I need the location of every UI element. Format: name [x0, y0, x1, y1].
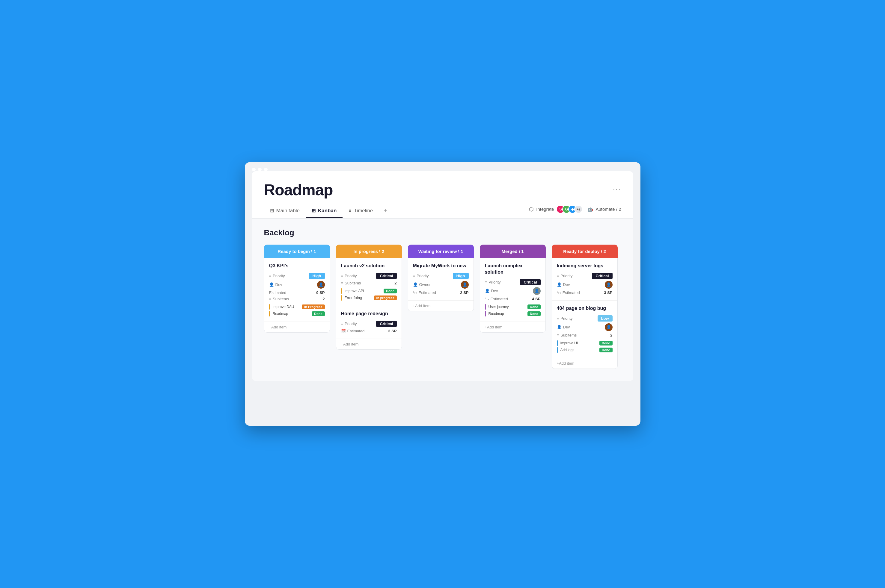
list-item: User journey Done — [485, 304, 541, 310]
subitem-status-uj: Done — [527, 304, 541, 309]
tab-kanban[interactable]: ⊞ Kanban — [306, 204, 343, 218]
estimated-value-mw: 2 SP — [460, 290, 468, 295]
subitems-label: ≡ Subitems — [269, 297, 289, 301]
card-title-indexing: Indexing server logs — [557, 263, 613, 269]
add-item-ready-to-begin[interactable]: +Add item — [264, 322, 330, 332]
subitems-value-404: 2 — [610, 333, 612, 338]
window-dot-1 — [252, 168, 256, 171]
window-dot-3 — [264, 168, 268, 171]
estimated-label-il: ¹₂₃ Estimated — [557, 290, 580, 295]
priority-label-mw: ≡ Priority — [413, 274, 429, 278]
estimated-label-lc: ¹₂₃ Estimated — [485, 297, 508, 301]
subitem-name-error: Error fixing — [345, 296, 372, 300]
automate-button[interactable]: 🤖 Automate / 2 — [587, 207, 621, 212]
card-row-priority-il: ≡ Priority Critical — [557, 273, 613, 279]
priority-badge-lc: Critical — [520, 279, 540, 285]
priority-text-hp: Priority — [345, 321, 357, 326]
priority-badge-il: Critical — [592, 273, 612, 279]
list-item: Error fixing In progress — [341, 295, 397, 301]
subitems-list-lc: User journey Done Roadmap Done — [485, 304, 541, 316]
integrate-label: Integrate — [536, 207, 554, 212]
kanban-columns: Ready to begin \ 1 Q3 KPI's ≡ Priority H… — [264, 244, 621, 369]
estimated-value-il: 3 SP — [604, 290, 612, 295]
column-waiting-for-review: Waiting for review \ 1 Migrate MyWork to… — [408, 244, 474, 311]
subitem-status-2: Done — [312, 311, 325, 316]
priority-text: Priority — [273, 274, 285, 278]
sub-bar-ui — [557, 340, 558, 346]
card-row-dev-lc: 👤 Dev 👤 — [485, 287, 541, 295]
estimated-icon-lc: ¹₂₃ — [485, 297, 489, 301]
column-body-deploy: Indexing server logs ≡ Priority Critical — [552, 258, 618, 369]
subitems-list: Improve DAU In Progress Roadmap Done — [269, 304, 325, 316]
column-title-waiting: Waiting for review \ 1 — [418, 249, 463, 254]
priority-text-404: Priority — [560, 316, 572, 321]
card-launch-complex: Launch complex solution ≡ Priority Criti… — [480, 258, 545, 322]
dev-avatar-404: 👤 — [605, 323, 613, 331]
priority-text-mw: Priority — [417, 274, 429, 278]
priority-badge-404: Low — [598, 315, 613, 321]
estimated-value: 9 SP — [316, 290, 325, 295]
card-row-estimated-mw: ¹₂₃ Estimated 2 SP — [413, 290, 469, 295]
priority-label-404: ≡ Priority — [557, 316, 573, 321]
column-title-deploy: Ready for deploy \ 2 — [563, 249, 606, 254]
column-body-in-progress: Launch v2 solution ≡ Priority Critical — [336, 258, 402, 350]
card-row-estimated-il: ¹₂₃ Estimated 3 SP — [557, 290, 613, 295]
tab-main-table[interactable]: ⊞ Main table — [264, 204, 306, 218]
main-content: Roadmap ··· ⊞ Main table ⊞ Kanban ≡ Time… — [252, 171, 633, 381]
card-row-priority-404: ≡ Priority Low — [557, 315, 613, 321]
add-tab-button[interactable]: + — [379, 204, 392, 219]
column-in-progress: In progress \ 2 Launch v2 solution ≡ Pri… — [336, 244, 402, 350]
dev-icon-il: 👤 — [557, 282, 561, 287]
card-row-dev-il: 👤 Dev 👤 — [557, 281, 613, 289]
column-ready-for-deploy: Ready for deploy \ 2 Indexing server log… — [552, 244, 618, 369]
estimated-text-mw: Estimated — [419, 290, 436, 295]
subitem-status-rm: Done — [527, 311, 541, 316]
list-item: Roadmap Done — [269, 311, 325, 316]
timeline-icon: ≡ — [349, 208, 351, 213]
card-title-home-page: Home page redesign — [341, 311, 397, 317]
page-header: Roadmap ··· — [252, 171, 633, 199]
card-launch-v2: Launch v2 solution ≡ Priority Critical — [336, 258, 402, 306]
priority-icon-il: ≡ — [557, 274, 559, 278]
estimated-icon-il: ¹₂₃ — [557, 290, 561, 295]
priority-label-v2: ≡ Priority — [341, 274, 357, 278]
more-options-button[interactable]: ··· — [613, 186, 621, 194]
estimated-text: Estimated — [269, 290, 286, 295]
subitems-list-404: Improve UI Done Add logs Done — [557, 340, 613, 352]
card-row-dev-404: 👤 Dev 👤 — [557, 323, 613, 331]
column-header-deploy: Ready for deploy \ 2 — [552, 244, 618, 258]
subitems-icon-v2: ≡ — [341, 281, 343, 285]
priority-icon-404: ≡ — [557, 316, 559, 321]
add-item-deploy[interactable]: +Add item — [552, 358, 617, 369]
sub-bar-uj — [485, 304, 486, 310]
card-migrate-mywork: Migrate MyWork to new ≡ Priority High — [408, 258, 474, 301]
add-item-merged[interactable]: +Add item — [480, 322, 545, 332]
column-body-ready-to-begin: Q3 KPI's ≡ Priority High 👤 — [264, 258, 330, 333]
column-title-merged: Merged \ 1 — [501, 249, 524, 254]
sub-bar-1 — [269, 304, 270, 310]
integrate-icon: ⬡ — [529, 206, 534, 213]
integrate-button[interactable]: ⬡ Integrate S G ◆ +2 — [529, 205, 582, 213]
priority-icon-v2: ≡ — [341, 274, 343, 278]
tab-timeline[interactable]: ≡ Timeline — [343, 204, 379, 218]
priority-label-lc: ≡ Priority — [485, 280, 501, 284]
subitem-name-rm: Roadmap — [489, 312, 525, 316]
priority-badge-mw: High — [453, 273, 469, 279]
subitems-value: 2 — [322, 297, 325, 301]
card-row-priority-v2: ≡ Priority Critical — [341, 273, 397, 279]
priority-icon: ≡ — [269, 274, 271, 278]
owner-label-mw: 👤 Owner — [413, 282, 430, 287]
priority-label-hp: ≡ Priority — [341, 321, 357, 326]
add-item-in-progress[interactable]: +Add item — [336, 339, 402, 350]
card-row-estimated-lc: ¹₂₃ Estimated 4 SP — [485, 297, 541, 301]
estimated-icon-hp: 📅 — [341, 329, 346, 333]
column-title-in-progress: In progress \ 2 — [353, 249, 384, 254]
subitems-list-v2: Improve API Done Error fixing In progres… — [341, 288, 397, 301]
column-body-merged: Launch complex solution ≡ Priority Criti… — [480, 258, 546, 333]
subitems-text: Subitems — [273, 297, 289, 301]
subitem-name-1: Improve DAU — [273, 305, 300, 309]
estimated-text-il: Estimated — [563, 290, 580, 295]
card-q3-kpis: Q3 KPI's ≡ Priority High 👤 — [264, 258, 330, 322]
add-item-waiting[interactable]: +Add item — [408, 301, 474, 311]
card-title-q3-kpis: Q3 KPI's — [269, 263, 325, 269]
